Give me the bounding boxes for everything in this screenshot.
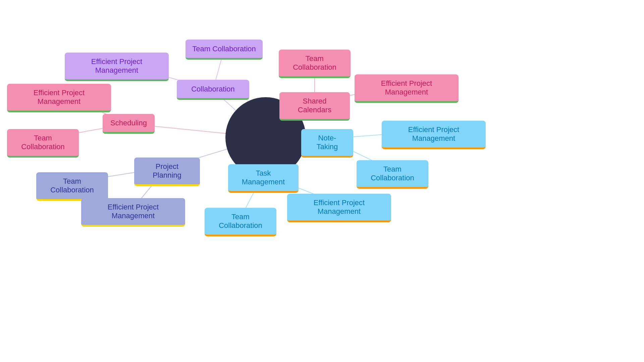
node-task-management[interactable]: Task Management (228, 164, 299, 193)
node-label-efficient-pm-left: Efficient Project Management (14, 88, 104, 106)
node-efficient-pm-left[interactable]: Efficient Project Management (7, 84, 111, 112)
node-label-efficient-pm-right: Efficient Project Management (361, 79, 452, 97)
node-label-shared-calendars: Shared Calendars (286, 97, 343, 114)
node-efficient-pm-top-left[interactable]: Efficient Project Management (65, 53, 169, 81)
node-efficient-pm-proj[interactable]: Efficient Project Management (81, 198, 185, 227)
node-team-collab-note[interactable]: Team Collaboration (357, 160, 428, 189)
node-label-team-collab-top: Team Collaboration (192, 45, 256, 53)
node-label-team-collab-note: Team Collaboration (363, 165, 422, 182)
node-efficient-pm-note[interactable]: Efficient Project Management (382, 121, 486, 149)
node-shared-calendars[interactable]: Shared Calendars (279, 92, 350, 121)
node-collaboration[interactable]: Collaboration (177, 80, 249, 100)
node-label-project-planning: Project Planning (141, 162, 193, 180)
node-label-collaboration: Collaboration (191, 85, 235, 94)
node-efficient-pm-task[interactable]: Efficient Project Management (287, 194, 391, 222)
node-note-taking[interactable]: Note-Taking (301, 129, 353, 158)
node-label-team-collab-task: Team Collaboration (211, 213, 270, 230)
node-label-team-collab-left: Team Collaboration (14, 134, 72, 151)
node-label-scheduling: Scheduling (110, 119, 147, 127)
node-efficient-pm-right[interactable]: Efficient Project Management (355, 74, 459, 103)
node-scheduling[interactable]: Scheduling (103, 114, 155, 134)
node-team-collab-proj[interactable]: Team Collaboration (36, 172, 108, 201)
node-team-collab-top-right[interactable]: Team Collaboration (279, 50, 351, 78)
node-team-collab-task[interactable]: Team Collaboration (205, 208, 276, 236)
node-label-efficient-pm-top-left: Efficient Project Management (71, 57, 162, 75)
node-team-collab-left[interactable]: Team Collaboration (7, 129, 79, 158)
node-team-collab-top[interactable]: Team Collaboration (185, 40, 263, 60)
node-label-team-collab-proj: Team Collaboration (43, 177, 101, 194)
mindmap-canvas: CollaborationTeam CollaborationEfficient… (0, 0, 644, 362)
node-label-efficient-pm-note: Efficient Project Management (388, 125, 479, 143)
node-label-team-collab-top-right: Team Collaboration (285, 54, 344, 72)
node-label-note-taking: Note-Taking (308, 134, 346, 151)
node-label-efficient-pm-proj: Efficient Project Management (88, 203, 178, 220)
node-project-planning[interactable]: Project Planning (134, 158, 200, 186)
node-label-efficient-pm-task: Efficient Project Management (294, 198, 384, 216)
node-label-task-management: Task Management (235, 169, 292, 186)
